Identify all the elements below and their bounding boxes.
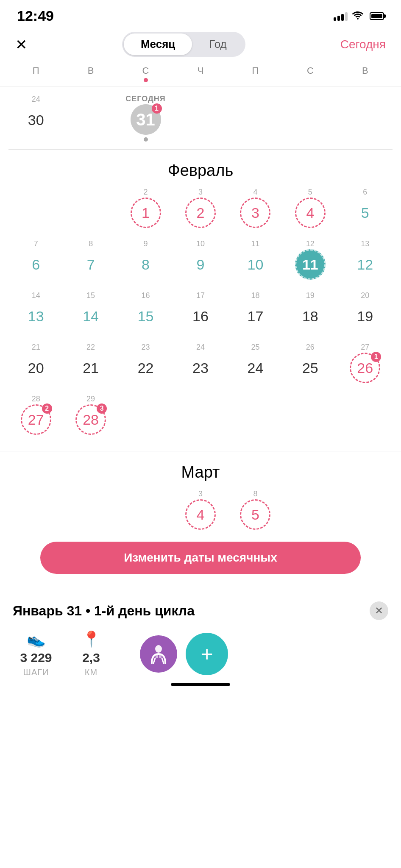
day-num-top: 19	[306, 291, 315, 300]
day-num-top: 20	[361, 291, 369, 300]
february-grid: 2132435465768798109111012111312141315141…	[0, 184, 401, 438]
day-cell[interactable]: 2524	[228, 339, 283, 387]
day-circle: 24	[240, 353, 270, 383]
status-time: 12:49	[17, 8, 54, 24]
status-bar: 12:49	[0, 0, 401, 28]
day-circle: 18	[295, 301, 326, 331]
steps-icon: 👟	[27, 630, 46, 648]
day-circle: 22	[131, 353, 161, 383]
change-dates-button[interactable]: Изменить даты месячных	[40, 542, 361, 574]
day-cell[interactable]: 87	[63, 236, 118, 283]
day-cell[interactable]: 2019	[338, 287, 393, 335]
day-cell[interactable]: 2120	[8, 339, 63, 387]
today-col-dot	[144, 78, 148, 82]
day-header-В-6: В	[338, 64, 393, 84]
km-value: 2,3	[82, 651, 100, 665]
day-cell	[118, 486, 173, 533]
segment-control[interactable]: Месяц Год	[122, 32, 245, 57]
week-row: 1413151416151716181719182019	[8, 287, 393, 335]
close-button[interactable]: ✕	[15, 37, 27, 52]
day-cell	[8, 184, 63, 231]
day-num-top: 25	[251, 342, 259, 352]
steps-label: ШАГИ	[23, 668, 49, 677]
day-cell[interactable]: 2322	[118, 339, 173, 387]
bottom-panel-header: Январь 31 • 1-й день цикла ✕	[13, 601, 388, 620]
day-num-top: 9	[144, 239, 148, 248]
day-cell[interactable]: 109	[173, 236, 228, 283]
day-badge: 2	[42, 403, 52, 414]
day-circle: 12	[350, 249, 380, 280]
day-cell[interactable]: 1817	[228, 287, 283, 335]
day-cell[interactable]: 1110	[228, 236, 283, 283]
seg-year-button[interactable]: Год	[192, 33, 243, 55]
day-num-top: 2	[144, 187, 148, 197]
day-cell	[173, 391, 228, 438]
day-cell[interactable]: 2221	[63, 339, 118, 387]
day-num-top: 14	[32, 291, 40, 300]
day-cell[interactable]: 32	[173, 184, 228, 231]
day-header-П-4: П	[228, 64, 283, 84]
day-cell[interactable]: 85	[228, 486, 283, 533]
day-cell[interactable]: 1716	[173, 287, 228, 335]
day-circle: 20	[21, 353, 51, 383]
svg-point-1	[156, 655, 158, 658]
day-cell-jan24: 24 30	[8, 91, 63, 145]
status-icons	[334, 10, 384, 22]
bottom-panel-title: Январь 31 • 1-й день цикла	[13, 603, 195, 619]
day-circle: 126	[350, 353, 380, 383]
day-circle: 8	[131, 249, 161, 280]
km-icon: 📍	[82, 630, 101, 648]
day-cell[interactable]: 2625	[283, 339, 337, 387]
day-header-В-1: В	[63, 64, 118, 84]
day-num-top: 5	[308, 187, 312, 197]
bottom-panel-close[interactable]: ✕	[370, 601, 388, 620]
day-cell[interactable]: 2423	[173, 339, 228, 387]
day-cell[interactable]: 98	[118, 236, 173, 283]
day-cell[interactable]: 21	[118, 184, 173, 231]
km-label: КМ	[85, 668, 97, 677]
km-stat: 📍 2,3 КМ	[68, 630, 114, 677]
day-num-top: 8	[253, 489, 257, 498]
day-cell	[8, 486, 63, 533]
day-circle: 227	[21, 404, 51, 435]
day-cell[interactable]: 1918	[283, 287, 337, 335]
day-num-top: 22	[86, 342, 95, 352]
day-num-top: 27	[361, 342, 369, 352]
day-cell[interactable]: 65	[338, 184, 393, 231]
seg-month-button[interactable]: Месяц	[124, 33, 192, 55]
today-label: СЕГОДНЯ	[125, 95, 166, 103]
header: ✕ Месяц Год Сегодня	[0, 28, 401, 61]
day-cell[interactable]: 1312	[338, 236, 393, 283]
day-cell[interactable]: 76	[8, 236, 63, 283]
day-num-top: 10	[196, 239, 205, 248]
day-cell[interactable]: 1615	[118, 287, 173, 335]
day-num-top: 18	[251, 291, 259, 300]
day-circle: 2	[185, 198, 216, 228]
day-cell[interactable]: 27126	[338, 339, 393, 387]
day-cell[interactable]: 34	[173, 486, 228, 533]
day-cell[interactable]: 29328	[63, 391, 118, 438]
day-cell[interactable]: 43	[228, 184, 283, 231]
signal-icon	[334, 11, 348, 21]
day-cell[interactable]: 54	[283, 184, 337, 231]
day-circle: 19	[350, 301, 380, 331]
day-num-top: 28	[32, 394, 40, 403]
day-num-top: 11	[251, 239, 259, 248]
day-cell	[118, 391, 173, 438]
day-num-top: 12	[306, 239, 315, 248]
day-header-Ч-3: Ч	[173, 64, 228, 84]
day-cell[interactable]: 1211	[283, 236, 337, 283]
day-cell[interactable]: 1514	[63, 287, 118, 335]
body-icon-button[interactable]	[140, 635, 177, 673]
day-cell[interactable]: 1413	[8, 287, 63, 335]
day-circle: 25	[295, 353, 326, 383]
day-cell[interactable]: 28227	[8, 391, 63, 438]
today-button[interactable]: Сегодня	[340, 38, 386, 51]
day-badge: 3	[97, 403, 107, 414]
svg-point-0	[155, 645, 162, 653]
day-num-top: 8	[89, 239, 93, 248]
day-cell-jan31-today[interactable]: СЕГОДНЯ 1 31	[118, 91, 173, 145]
day-num-top: 7	[34, 239, 38, 248]
day-num-top: 23	[142, 342, 150, 352]
add-button[interactable]: +	[186, 633, 228, 675]
